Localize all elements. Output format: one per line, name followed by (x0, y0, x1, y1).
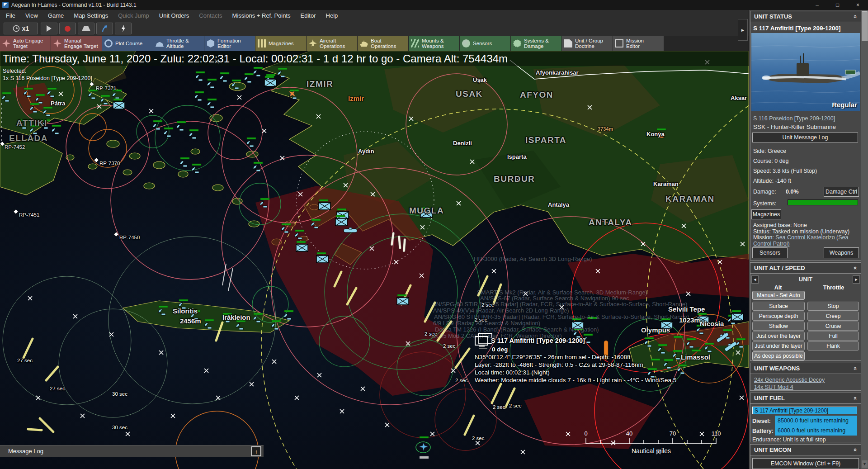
aircraft-operations-button[interactable]: AircraftOperations (307, 36, 357, 51)
tooltip-line: Layer: -282ft to -486ft - Strength: 0.5 … (475, 361, 676, 369)
map-label: 27 sec (50, 386, 65, 391)
scrollbar-down-arrow[interactable]: ▼ (862, 460, 868, 468)
manual-set-auto-button[interactable]: Manual - Set Auto (752, 291, 805, 300)
boat-operations-button[interactable]: BoatOperations (358, 36, 408, 51)
alt-surface-button[interactable]: Surface (752, 302, 805, 311)
map-label: Izmir (348, 95, 364, 102)
menu-quick-jump[interactable]: Quick Jump (113, 10, 154, 21)
unit-alt-speed-header[interactable]: UNIT ALT / SPEED « (750, 263, 861, 274)
fuel-unit-selector[interactable]: S 117 Amfitriti [Type 209-1200] (752, 407, 857, 414)
emcon-window-button[interactable]: EMCON Window (Ctrl + F9) (752, 458, 859, 469)
map-label: RP-7450 (119, 235, 140, 240)
throttle-altitude-button[interactable]: Throttle &Altitude (153, 36, 204, 51)
record-button[interactable] (59, 23, 76, 34)
menu-help[interactable]: Help (321, 10, 343, 21)
menu-map-settings[interactable]: Map Settings (69, 10, 113, 21)
mission-editor-button[interactable]: MissionEditor (613, 36, 664, 51)
throttle-stop-button[interactable]: Stop (807, 302, 859, 311)
magazines-button[interactable]: Magazines (751, 209, 781, 219)
lightning-button[interactable] (115, 23, 132, 34)
throttle-cruise-button[interactable]: Cruise (807, 322, 859, 331)
throttle-creep-button[interactable]: Creep (807, 312, 859, 321)
alt-just-under-the-layer-button[interactable]: Just under the layer (752, 341, 805, 351)
map-label: Síloritis (173, 307, 198, 315)
tooltip-unit-icon (475, 336, 488, 346)
auto-engage-target-button[interactable]: Auto EngageTarget (0, 36, 51, 51)
collapse-chevron-icon[interactable]: « (852, 367, 859, 370)
scalebar-tick-label: 0 (584, 430, 587, 437)
sensors-button[interactable]: Sensors (752, 247, 788, 258)
throttle-column-header: Throttle (807, 284, 861, 291)
engage-icon (53, 39, 61, 47)
minimize-icon[interactable]: – (807, 0, 827, 10)
magazines-button[interactable]: Magazines (255, 36, 306, 51)
play-button[interactable] (41, 23, 57, 34)
manual-engage-target-button[interactable]: ManualEngage Target (51, 36, 102, 51)
alt-periscope-depth-button[interactable]: Periscope depth (752, 312, 805, 321)
map-label: 30 sec (112, 425, 127, 430)
menu-editor[interactable]: Editor (296, 10, 321, 21)
menu-contacts[interactable]: Contacts (194, 10, 227, 21)
menu-missions-ref-points[interactable]: Missions + Ref. Points (227, 10, 296, 21)
panel-scrollbar[interactable]: ▼ (861, 10, 868, 469)
unit-weapons-header[interactable]: UNIT WEAPONS « (750, 363, 861, 374)
alt-as-deep-as-possible-button[interactable]: As deep as possible (752, 351, 805, 360)
menu-view[interactable]: View (20, 10, 43, 21)
formation-editor-button[interactable]: FormationEditor (204, 36, 255, 51)
diesel-value: 85000.0 fuel units remaining (775, 416, 857, 426)
jump-pointer-button[interactable] (96, 23, 113, 34)
weapons-button[interactable]: Weapons (824, 247, 859, 258)
unit-message-log-button[interactable]: Unit Message Log (752, 133, 858, 142)
mounts-weapons-button[interactable]: Mounts &Weapons (409, 36, 459, 51)
unit-group-doctrine-button[interactable]: Unit / GroupDoctrine (562, 36, 613, 51)
systems-label: Systems: (753, 200, 776, 207)
selected-value: 1x S 116 Poseidon [Type 209-1200] (3, 75, 92, 82)
close-icon[interactable]: × (848, 0, 868, 10)
collapse-chevron-icon[interactable]: « (852, 266, 859, 270)
unit-status-header[interactable]: UNIT STATUS « (750, 11, 861, 22)
unit-class-link[interactable]: S 116 Poseidon [Type 209-1200] (753, 115, 835, 122)
time-overlay-bar: Time: Thursday, June 11, 2020 - Zulu: 22… (0, 51, 749, 66)
damage-ctrl-button[interactable]: Damage Ctrl (824, 187, 859, 197)
menu-game[interactable]: Game (43, 10, 69, 21)
map-label: 2 sec (472, 436, 485, 441)
map-label: 2 sec (509, 403, 522, 408)
unit-tooltip: S 117 Amfitriti [Type 209-1200] 0 deg N3… (475, 336, 676, 384)
map-label: 2 sec (425, 331, 437, 336)
menu-file[interactable]: File (1, 10, 20, 21)
unit-emcon-header[interactable]: UNIT EMCON « (750, 445, 861, 455)
magazines-label: Magazines (269, 41, 294, 47)
collapse-chevron-icon[interactable]: « (852, 397, 859, 400)
alt-shallow-button[interactable]: Shallow (752, 322, 805, 331)
unit-fuel-header[interactable]: UNIT FUEL « (750, 393, 861, 404)
weapon-link[interactable]: 14x SUT Mod 4 (754, 384, 793, 390)
collapse-chevron-icon[interactable]: « (852, 448, 859, 451)
message-log-expand-button[interactable]: ↑ (251, 446, 261, 456)
unit-next-button[interactable]: ► (853, 275, 860, 284)
unit-photo (751, 33, 860, 111)
maximize-icon[interactable]: □ (827, 0, 848, 10)
weapon-link[interactable]: 24x Generic Acoustic Decoy (754, 377, 825, 383)
collapse-chevron-icon[interactable]: « (852, 15, 859, 18)
sensors-button[interactable]: Sensors (460, 36, 510, 51)
range-symbol-button[interactable] (78, 23, 94, 34)
alt-just-over-the-layer-button[interactable]: Just over the layer (752, 332, 805, 341)
mission-label: Mission: (753, 234, 775, 241)
map-label: ATTIKI (16, 118, 47, 128)
menu-unit-orders[interactable]: Unit Orders (154, 10, 194, 21)
map-viewport[interactable]: HR-3000 (Radar, Air Search 3D Long-Range… (0, 51, 749, 469)
systems-damage-button[interactable]: Systems &Damage (511, 36, 561, 51)
map-scalebar: 04070110 Nautical miles (582, 430, 720, 455)
scrollbar-thumb[interactable] (862, 11, 868, 41)
throttle-full-button[interactable]: Full (807, 332, 859, 341)
record-icon (65, 26, 71, 32)
throttle-flank-button[interactable]: Flank (807, 341, 859, 351)
app-icon (2, 2, 9, 8)
message-log-bar[interactable]: Message Log ↑ (0, 445, 264, 457)
map-label: RP-7371 (96, 85, 116, 91)
sim-speed-button[interactable]: x1 (4, 23, 38, 34)
plot-course-button[interactable]: Plot Course (102, 36, 153, 51)
side-tab-expand[interactable]: ► (738, 19, 748, 41)
scalebar-tick-label: 40 (626, 430, 632, 437)
menu-bar: FileViewGameMap SettingsQuick JumpUnit O… (0, 10, 749, 21)
